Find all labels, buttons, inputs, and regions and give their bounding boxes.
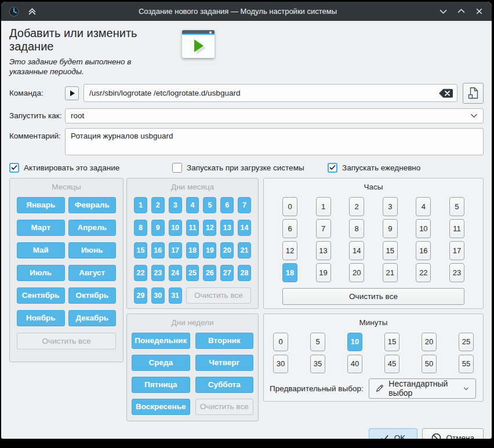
close-icon[interactable] [474, 6, 485, 17]
browse-file-icon[interactable] [463, 83, 484, 104]
task-window-icon [182, 30, 215, 58]
weekday-toggle-button: Пятница [132, 377, 190, 393]
minimize-icon[interactable] [438, 6, 449, 17]
minute-toggle-button[interactable]: 5 [310, 333, 325, 351]
keep-above-icon[interactable] [27, 6, 38, 17]
minute-toggle-button[interactable]: 55 [459, 355, 474, 373]
month-toggle-button: Апрель [68, 220, 117, 236]
minute-toggle-button[interactable]: 10 [347, 333, 362, 351]
hour-toggle-button[interactable]: 8 [349, 219, 364, 238]
day-of-month-toggle-button: 2 [151, 197, 165, 213]
dialog-window: Создание нового задания — Модуль настрой… [1, 2, 492, 439]
preset-row: Предварительный выбор: Нестандартный выб… [264, 373, 483, 399]
hour-toggle-button[interactable]: 7 [316, 219, 331, 238]
day-of-month-toggle-button: 25 [186, 265, 199, 281]
day-of-month-toggle-button: 10 [169, 220, 182, 236]
dialog-footer: OK Отмена [9, 428, 484, 439]
run-daily-label: Запускать ежедневно [342, 163, 420, 172]
month-toggle-button: Февраль [68, 197, 117, 213]
minute-toggle-button[interactable]: 40 [347, 355, 362, 373]
days-of-week-group-title: Дни недели [127, 314, 258, 327]
day-of-month-toggle-button: 24 [169, 265, 182, 281]
hour-toggle-button[interactable]: 2 [349, 197, 364, 216]
run-as-row: Запустить как: root [9, 108, 484, 123]
hour-toggle-button[interactable]: 12 [282, 241, 297, 260]
run-on-boot-label: Запускать при загрузке системы [187, 163, 304, 172]
hour-toggle-button[interactable]: 22 [416, 263, 431, 282]
hours-grid: 01234567891011121314151617181920212223 [264, 191, 483, 282]
days-of-month-group: Дни месяца Очистить все 1234567891011121… [126, 178, 259, 309]
months-clear-all-button: Очистить все [17, 333, 116, 349]
day-of-month-toggle-button: 19 [203, 242, 216, 258]
hours-group: Часы 01234567891011121314151617181920212… [263, 178, 484, 309]
hour-toggle-button[interactable]: 10 [416, 219, 431, 238]
enable-task-checkbox[interactable]: Активировать это задание [9, 163, 119, 173]
hour-toggle-button[interactable]: 14 [349, 241, 364, 260]
hour-toggle-button[interactable]: 1 [316, 197, 331, 216]
comment-label: Комментарий: [9, 128, 65, 140]
month-toggle-button: Июль [17, 265, 65, 281]
day-of-month-toggle-button: 8 [134, 220, 147, 236]
hour-toggle-button[interactable]: 13 [316, 241, 331, 260]
run-on-boot-checkbox[interactable]: Запускать при загрузке системы [172, 163, 304, 173]
maximize-icon[interactable] [456, 6, 467, 17]
minute-toggle-button[interactable]: 30 [273, 355, 288, 373]
cancel-button-label: Отмена [446, 434, 474, 439]
minute-toggle-button[interactable]: 50 [422, 355, 437, 373]
day-of-month-toggle-button: 27 [220, 265, 234, 281]
hour-toggle-button[interactable]: 20 [349, 263, 364, 282]
comment-input[interactable]: Ротация журналов usbguard [65, 128, 484, 155]
hour-toggle-button[interactable]: 0 [282, 197, 297, 216]
cancel-button[interactable]: Отмена [422, 428, 484, 439]
clear-text-icon[interactable] [438, 88, 453, 98]
weekday-toggle-button: Среда [132, 355, 190, 371]
day-of-month-toggle-button: 11 [186, 220, 199, 236]
minute-toggle-button[interactable]: 35 [310, 355, 325, 373]
window-title: Создание нового задания — Модуль настрой… [45, 7, 431, 16]
command-input[interactable] [83, 84, 457, 102]
hour-toggle-button[interactable]: 16 [416, 241, 431, 260]
minute-toggle-button[interactable]: 0 [273, 333, 288, 351]
ok-button[interactable]: OK [369, 428, 417, 439]
month-toggle-button: Ноябрь [17, 310, 65, 326]
months-group: Месяцы ЯнварьФевральМартАпрельМайИюньИюл… [9, 178, 124, 362]
run-as-select[interactable]: root [65, 108, 484, 123]
day-of-month-toggle-button: 16 [151, 242, 165, 258]
day-of-month-toggle-button: 1 [134, 197, 147, 213]
minute-toggle-button[interactable]: 25 [459, 333, 474, 351]
chevron-down-icon [463, 386, 469, 391]
command-row: Команда: [9, 83, 484, 104]
hour-toggle-button[interactable]: 5 [449, 197, 464, 216]
month-toggle-button: Сентябрь [17, 287, 65, 304]
minute-toggle-button[interactable]: 20 [422, 333, 437, 351]
days-of-week-grid: Очистить все ПонедельникВторникСредаЧетв… [127, 327, 258, 415]
page-subtitle: Это задание будет выполнено в указанные … [9, 57, 169, 77]
day-of-month-toggle-button: 29 [134, 287, 147, 304]
hour-toggle-button[interactable]: 11 [449, 219, 464, 238]
run-daily-checkbox[interactable]: Запускать ежедневно [328, 163, 420, 173]
hour-toggle-button[interactable]: 4 [416, 197, 431, 216]
hour-toggle-button[interactable]: 15 [383, 241, 398, 260]
ok-button-label: OK [394, 434, 406, 439]
pencil-icon [376, 383, 384, 394]
hour-toggle-button[interactable]: 3 [383, 197, 398, 216]
hours-clear-all-button[interactable]: Очистить все [282, 288, 464, 305]
months-grid: ЯнварьФевральМартАпрельМайИюньИюльАвгуст… [10, 191, 123, 326]
hour-toggle-button[interactable]: 9 [383, 219, 398, 238]
day-of-month-toggle-button: 14 [238, 220, 251, 236]
hour-toggle-button[interactable]: 21 [383, 263, 398, 282]
titlebar[interactable]: Создание нового задания — Модуль настрой… [1, 2, 492, 21]
preset-select[interactable]: Нестандартный выбор [369, 378, 476, 399]
checkbox-icon [172, 163, 182, 173]
minute-toggle-button[interactable]: 45 [384, 355, 399, 373]
hour-toggle-button[interactable]: 19 [316, 263, 331, 282]
run-command-icon[interactable] [65, 86, 79, 100]
hour-toggle-button[interactable]: 18 [282, 263, 297, 282]
hour-toggle-button[interactable]: 17 [449, 241, 464, 260]
hour-toggle-button[interactable]: 23 [449, 263, 464, 282]
minute-toggle-button[interactable]: 15 [384, 333, 399, 351]
command-label: Команда: [9, 89, 65, 97]
month-toggle-button: Декабрь [68, 310, 117, 326]
hour-toggle-button[interactable]: 6 [282, 219, 297, 238]
preset-label: Предварительный выбор: [270, 384, 364, 393]
